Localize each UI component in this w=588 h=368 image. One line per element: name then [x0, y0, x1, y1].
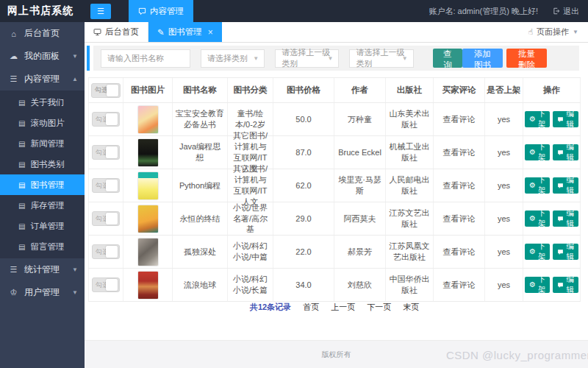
content-management-submenu: ▤ 关于我们 ▤ 滚动图片 ▤ 新闻管理 ▤ 图书类别 ▤ 图书管理 ▤ 库存管… [0, 91, 85, 258]
row-select-toggle[interactable]: 勾选 [92, 277, 120, 292]
off-shelf-button[interactable]: ⚙ 下架 [525, 210, 550, 227]
menu-lines-icon: ☰ [9, 74, 18, 84]
sidebar-subitem-order-management[interactable]: ▤ 订单管理 [0, 216, 85, 236]
edit-label: 编辑 [566, 275, 574, 295]
tab-label: 图书管理 [168, 26, 202, 38]
table-row: 勾选 宝宝安全教育必备丛书 童书/绘本/0-2岁 50.0 万种童 山东美术出版… [88, 103, 581, 136]
book-price: 22.0 [273, 236, 334, 268]
document-icon: ▤ [18, 160, 25, 169]
batch-delete-button[interactable]: 批量删除 [506, 49, 547, 68]
view-comments-link[interactable]: 查看评论 [443, 147, 476, 158]
book-publisher: 江苏凤凰文艺出版社 [386, 236, 434, 268]
parent-category-select-1[interactable]: 请选择上一级类别 ▼ [275, 49, 339, 68]
gear-icon: ⚙ [529, 248, 536, 255]
book-cover-image [138, 139, 158, 166]
prev-page-link[interactable]: 上一页 [331, 302, 355, 313]
book-author: Bruce Eckel [334, 136, 386, 169]
speech-bubble-icon [138, 7, 146, 15]
add-book-button[interactable]: 添加图书 [462, 49, 503, 68]
sidebar-subitem-book-categories[interactable]: ▤ 图书类别 [0, 154, 85, 174]
book-name: 永恒的终结 [173, 202, 228, 235]
edit-button[interactable]: 编辑 [553, 244, 578, 260]
off-shelf-button[interactable]: ⚙ 下架 [525, 144, 550, 160]
panel-accent-bar [87, 46, 90, 71]
edit-button[interactable]: 编辑 [553, 144, 578, 160]
row-select-toggle[interactable]: 勾选 [92, 112, 120, 127]
row-select-toggle[interactable]: 勾选 [92, 211, 120, 226]
edit-button[interactable]: 编辑 [553, 210, 578, 227]
off-shelf-label: 下架 [538, 208, 546, 229]
sidebar-subitem-book-management[interactable]: ▤ 图书管理 [0, 174, 85, 195]
sidebar-subitem-inventory-management[interactable]: ▤ 库存管理 [0, 195, 85, 216]
table-body: 勾选 宝宝安全教育必备丛书 童书/绘本/0-2岁 50.0 万种童 山东美术出版… [88, 103, 581, 302]
edit-button[interactable]: 编辑 [553, 177, 578, 194]
column-header: 图书价格 [273, 78, 334, 102]
sidebar: ⌂ 后台首页 ☁ 我的面板 ▼ ☰ 内容管理 ▲ ▤ 关于我们 ▤ 滚动图片 ▤… [0, 22, 85, 368]
sidebar-item-statistics[interactable]: ☰ 统计管理 ▼ [0, 258, 85, 281]
first-page-link[interactable]: 首页 [303, 302, 319, 313]
edit-button[interactable]: 编辑 [553, 111, 578, 127]
sidebar-item-label: 后台首页 [24, 27, 60, 40]
sidebar-item-home[interactable]: ⌂ 后台首页 [0, 22, 85, 45]
select-all-toggle[interactable]: 勾选 [91, 83, 121, 98]
page-actions-dropdown[interactable]: ☝ 页面操作 ▼ [528, 22, 588, 42]
off-shelf-button[interactable]: ⚙ 下架 [525, 177, 550, 194]
hamburger-icon: ☰ [97, 7, 104, 16]
logout-button[interactable]: 退出 [553, 6, 579, 17]
off-shelf-button[interactable]: ⚙ 下架 [525, 111, 550, 127]
gear-icon: ⚙ [529, 215, 536, 222]
sidebar-collapse-button[interactable]: ☰ [90, 4, 111, 19]
sidebar-subitem-about-us[interactable]: ▤ 关于我们 [0, 92, 85, 113]
sidebar-subitem-message-management[interactable]: ▤ 留言管理 [0, 236, 85, 257]
select-placeholder: 请选择上一级类别 [356, 47, 406, 69]
document-icon: ▤ [18, 140, 25, 148]
row-select-toggle[interactable]: 勾选 [92, 244, 120, 259]
sidebar-subitem-label: 新闻管理 [30, 138, 64, 149]
sidebar-item-user-management[interactable]: ♔ 用户管理 ▼ [0, 281, 85, 304]
column-header: 图书分类 [228, 78, 273, 102]
on-shelf-status: yes [485, 103, 523, 135]
on-shelf-status: yes [485, 202, 523, 235]
off-shelf-button[interactable]: ⚙ 下架 [525, 244, 550, 260]
document-icon: ▤ [18, 119, 25, 127]
edit-label: 编辑 [566, 208, 574, 229]
view-comments-link[interactable]: 查看评论 [443, 213, 476, 224]
row-select-toggle[interactable]: 勾选 [92, 178, 120, 193]
search-button[interactable]: 查询 [433, 49, 462, 68]
off-shelf-button[interactable]: ⚙ 下架 [525, 277, 550, 293]
book-category: 小说/科幻小说/中篇 [228, 236, 273, 268]
sidebar-item-my-panel[interactable]: ☁ 我的面板 ▼ [0, 45, 85, 68]
edit-label: 编辑 [566, 241, 574, 262]
chevron-down-icon: ▼ [72, 53, 78, 60]
table-header: 勾选 图书图片 图书名称 图书分类 图书价格 作者 出版社 买家评论 是否上架 … [88, 78, 581, 103]
pencil-icon: ✎ [157, 27, 165, 38]
toggle-knob [106, 180, 118, 191]
book-name-input[interactable] [101, 49, 190, 68]
table-row: 勾选 Python编程 其它图书/计算机与互联网/IT人文 62.0 埃里克·马… [88, 169, 581, 202]
tab-backend-home[interactable]: 后台首页 [85, 22, 148, 42]
sidebar-item-label: 我的面板 [24, 50, 60, 63]
book-publisher: 中国华侨出版社 [386, 269, 434, 301]
sidebar-subitem-news-management[interactable]: ▤ 新闻管理 [0, 133, 85, 154]
view-comments-link[interactable]: 查看评论 [443, 114, 476, 125]
category-select[interactable]: 请选择类别 ▼ [201, 49, 265, 68]
book-author: 埃里克·马瑟斯 [334, 169, 386, 202]
view-comments-link[interactable]: 查看评论 [443, 247, 476, 258]
on-shelf-status: yes [485, 169, 523, 202]
tab-book-management[interactable]: ✎ 图书管理 × [148, 22, 222, 42]
sidebar-subitem-carousel-images[interactable]: ▤ 滚动图片 [0, 113, 85, 133]
parent-category-select-2[interactable]: 请选择上一级类别 ▼ [349, 49, 413, 68]
view-comments-link[interactable]: 查看评论 [443, 180, 476, 191]
document-icon: ▤ [18, 99, 25, 107]
last-page-link[interactable]: 末页 [403, 302, 419, 313]
topnav-content-management[interactable]: 内容管理 [129, 0, 193, 22]
sidebar-item-content-management[interactable]: ☰ 内容管理 ▲ [0, 68, 85, 91]
book-name: 流浪地球 [173, 269, 228, 301]
view-comments-link[interactable]: 查看评论 [443, 280, 476, 291]
edit-button[interactable]: 编辑 [553, 277, 578, 293]
topbar: 网上书店系统 ☰ 内容管理 账户名: admin(管理员) 晚上好! 退出 [0, 0, 588, 22]
next-page-link[interactable]: 下一页 [367, 302, 391, 313]
row-select-toggle[interactable]: 勾选 [92, 145, 120, 160]
table-row: 勾选 Java编程思想 其它图书/计算机与互联网/IT人文 87.0 Bruce… [88, 136, 581, 169]
close-icon[interactable]: × [208, 27, 213, 38]
